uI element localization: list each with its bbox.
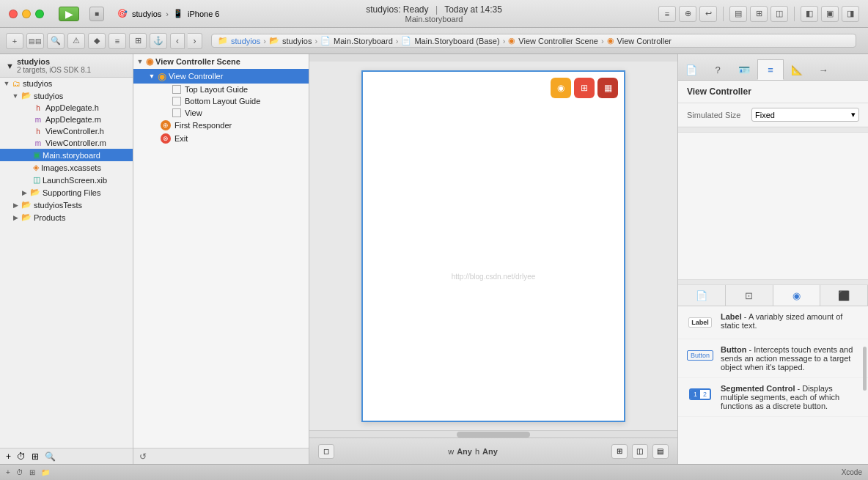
inspector-tab-size[interactable]: 📐 [784,59,810,80]
obj-item-segmented[interactable]: 1 2 Segmented Control - Displays multipl… [678,378,868,417]
maximize-button[interactable] [35,10,44,18]
status-right-text: Xcode [842,468,862,476]
inspector-tab-file[interactable]: 📄 [678,59,705,80]
scene-item-view-controller[interactable]: ▼ ◉ View Controller [133,69,309,84]
sidebar-item-studyios-tests[interactable]: ▶ 📂 studyiosTests [0,199,133,211]
anchor-btn[interactable]: ⚓ [150,33,167,49]
canvas-btn-2[interactable]: ⊞ [611,444,628,459]
sidebar-item-studyios-root[interactable]: ▼ 🗂 studyios [0,78,133,89]
phone-btn-3[interactable]: ▦ [597,78,618,98]
list-btn[interactable]: ≡ [108,33,126,49]
inspector-tab-help[interactable]: ? [705,59,731,80]
sidebar-item-supporting-files[interactable]: ▶ 📂 Supporting Files [0,186,133,199]
minimize-button[interactable] [22,10,31,18]
search-bottom-btn[interactable]: 🔍 [45,451,56,462]
related-btn[interactable]: ⊕ [679,6,696,22]
editor-version-btn[interactable]: ◫ [770,6,788,22]
simulated-size-select[interactable]: Fixed ▾ [751,108,859,122]
h-label: h [475,447,479,456]
back-fwd-btn[interactable]: ↩ [699,6,717,22]
obj-tab-file-tmpl[interactable]: 📄 [678,285,726,306]
sidebar-item-launchscreen-xib[interactable]: ◫ LaunchScreen.xib [0,174,133,186]
obj-item-label[interactable]: Label Label - A variably sized amount of… [678,306,868,339]
navigator-btn[interactable]: ◧ [801,6,818,22]
bc-storyboard-icon: 📄 [320,36,331,45]
bc-scene[interactable]: View Controller Scene [518,37,598,45]
bc-sep3: › [396,37,399,45]
bc-base[interactable]: Main.Storyboard (Base) [414,37,499,45]
bc-storyboard[interactable]: Main.Storyboard [334,37,393,45]
scene-item-bottom-layout[interactable]: Bottom Layout Guide [133,95,309,107]
diamond-btn[interactable]: ◆ [88,33,106,49]
add-bottom-btn[interactable]: + [6,451,11,462]
stop-button[interactable]: ■ [89,7,104,21]
sidebar-item-label: AppDelegate.m [45,115,101,124]
canvas-content[interactable]: ◉ ⊞ ▦ http://blog.csdn.net/drlyee [309,62,677,430]
inspector-tab-identity[interactable]: 🪪 [731,59,757,80]
scene-item-view[interactable]: View [133,107,309,119]
scheme-selector[interactable]: 🎯 studyios › 📱 iPhone 6 [117,9,219,18]
breadcrumb-path[interactable]: 📁 studyios › 📂 studyios › 📄 Main.Storybo… [211,34,856,48]
scene-item-first-responder[interactable]: ⊕ First Responder [133,119,309,132]
obj-tab-objects[interactable]: ◉ [773,285,821,306]
editor-std-btn[interactable]: ▤ [729,6,747,22]
section-toggle[interactable]: ▼ [136,58,144,65]
sidebar-item-appdelegate-m[interactable]: m AppDelegate.m [0,114,133,125]
inspector-tab-attributes[interactable]: ≡ [757,59,784,80]
inspector-btn[interactable]: ◨ [842,6,859,22]
run-button[interactable]: ▶ [59,7,79,21]
bc-group[interactable]: studyios [282,37,312,45]
segmented-obj-icon: 1 2 [687,384,713,405]
scene-item-exit[interactable]: ⊗ Exit [133,132,309,145]
canvas-btn-4[interactable]: ▤ [652,444,669,459]
canvas-btn-1[interactable]: ◻ [318,444,334,459]
obj-tab-media[interactable]: ⊡ [726,285,773,306]
issue-bottom-btn[interactable]: ⊞ [32,451,39,462]
inspector-tab-connections[interactable]: → [810,59,836,80]
bc-vc[interactable]: View Controller [617,37,672,45]
filter-btn[interactable]: ▤▤ [26,33,44,49]
exit-icon: ⊗ [161,133,171,144]
forward-btn[interactable]: › [188,33,202,49]
sidebar-item-appdelegate-h[interactable]: h AppDelegate.h [0,102,133,114]
scrollbar-thumb[interactable] [457,432,530,437]
obj-item-button[interactable]: Button Button - Intercepts touch events … [678,339,868,378]
bc-project[interactable]: studyios [231,37,260,45]
close-button[interactable] [9,10,18,18]
sidebar-item-viewcontroller-h[interactable]: h ViewController.h [0,125,133,137]
sidebar-item-viewcontroller-m[interactable]: m ViewController.m [0,137,133,149]
canvas-scrollbar-h[interactable] [309,54,677,62]
scene-bottom-refresh-icon[interactable]: ↺ [139,451,147,462]
sidebar-item-products[interactable]: ▶ 📂 Products [0,211,133,224]
issue-btn[interactable]: ⚠ [67,33,85,49]
scene-section-vc: ▼ ◉ View Controller Scene [133,54,309,69]
sidebar-item-studyios-group[interactable]: ▼ 📂 studyios [0,89,133,102]
obj-tab-snippets[interactable]: ⬛ [820,285,868,306]
canvas-btn-3[interactable]: ◫ [632,444,648,459]
project-subtitle: 2 targets, iOS SDK 8.1 [17,66,91,74]
add-file-btn[interactable]: + [6,33,23,49]
search-btn[interactable]: 🔍 [47,33,65,49]
xcassets-file-icon: ◈ [33,163,39,172]
phone-btn-1[interactable]: ◉ [551,78,571,98]
sidebar-item-images-xcassets[interactable]: ◈ Images.xcassets [0,161,133,174]
scene-item-top-layout[interactable]: Top Layout Guide [133,84,309,95]
filter-bottom-btn[interactable]: ⏱ [17,451,26,462]
canvas-scrollbar[interactable] [309,430,677,437]
button-preview: Button [687,350,713,361]
debug-btn[interactable]: ▣ [821,6,839,22]
iphone-canvas[interactable]: ◉ ⊞ ▦ http://blog.csdn.net/drlyee [361,70,625,422]
canvas-bottom-right: ⊞ ◫ ▤ [611,444,669,459]
sidebar-item-label: LaunchScreen.xib [43,176,107,185]
group-btn[interactable]: ⊞ [129,33,147,49]
folder-icon: 📂 [30,188,40,197]
toggle-icon [23,104,31,111]
back-btn[interactable]: ‹ [170,33,185,49]
h-value: Any [482,447,498,456]
editor-assist-btn[interactable]: ⊞ [750,6,768,22]
phone-btn-2[interactable]: ⊞ [574,78,595,98]
list-view-btn[interactable]: ≡ [658,6,676,22]
bc-group-icon: 📂 [269,36,279,45]
statusbar-right: Xcode [842,468,862,476]
sidebar-item-main-storyboard[interactable]: ▣ Main.storyboard [0,149,133,161]
